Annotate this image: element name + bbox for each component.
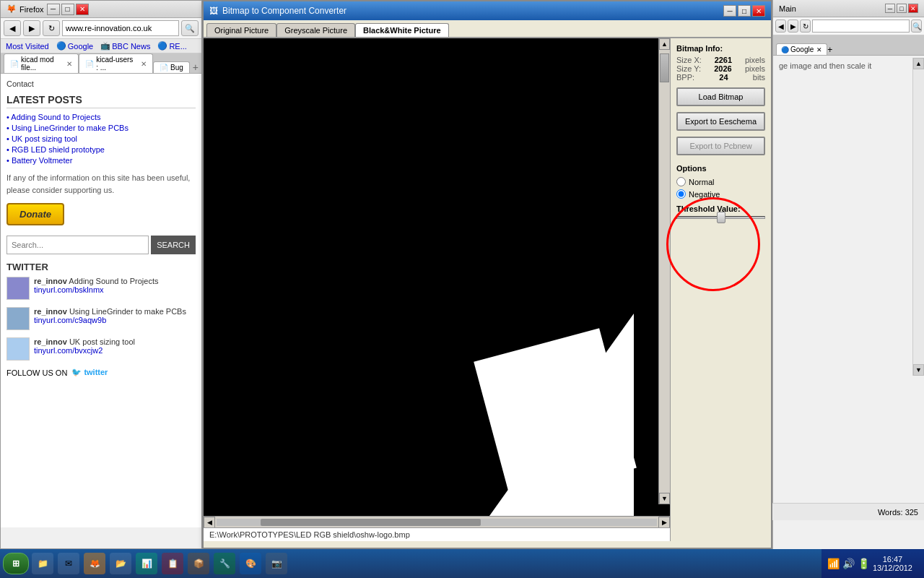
vertical-scrollbar[interactable]: ▲ ▼ [658, 38, 670, 504]
horizontal-scrollbar[interactable]: ◀ ▶ [204, 516, 670, 527]
taskbar-icon-email[interactable]: ✉ [58, 553, 79, 574]
converter-close-button[interactable]: ✕ [752, 5, 765, 17]
right-scroll-down[interactable]: ▼ [913, 364, 924, 376]
right-back-button[interactable]: ◀ [775, 20, 786, 33]
close-button[interactable]: ✕ [76, 4, 89, 15]
right-forward-button[interactable]: ▶ [788, 20, 798, 33]
taskbar-icon-paint[interactable]: 🎨 [240, 553, 261, 574]
donate-button[interactable]: Donate [6, 203, 64, 225]
export-pcbnew-button[interactable]: Export to Pcbnew [676, 137, 765, 155]
radio-normal[interactable]: Normal [676, 177, 765, 186]
bookmark-re[interactable]: 🔵 RE... [155, 40, 188, 51]
search-area: SEARCH [6, 236, 196, 254]
post-item-2[interactable]: Using LineGrinder to make PCBs [6, 124, 196, 132]
tweet-link-2[interactable]: tinyurl.com/c9aqw9b [34, 316, 106, 324]
right-new-tab-button[interactable]: + [827, 45, 832, 55]
threshold-slider-container [676, 216, 765, 219]
right-browser-close[interactable]: ✕ [908, 4, 918, 13]
right-address-bar[interactable] [812, 20, 910, 33]
converter-window-controls: ─ □ ✕ [723, 5, 765, 17]
radio-negative-input[interactable] [676, 189, 686, 199]
radio-negative[interactable]: Negative [676, 189, 765, 199]
converter-maximize-button[interactable]: □ [738, 5, 751, 17]
taskbar-icon-green[interactable]: 🔧 [214, 553, 235, 574]
contact-link[interactable]: Contact [6, 79, 34, 88]
export-eeschema-button[interactable]: Export to Eeschema [676, 112, 765, 131]
load-bitmap-button[interactable]: Load Bitmap [676, 87, 765, 106]
tab-greyscale[interactable]: Greyscale Picture [276, 23, 355, 37]
address-bar[interactable] [62, 20, 179, 36]
tweet-user-3[interactable]: re_innov [34, 337, 67, 346]
scroll-up-arrow[interactable]: ▲ [659, 38, 670, 50]
taskbar-icon-red[interactable]: 📋 [162, 553, 183, 574]
converter-title-text: Bitmap to Component Converter [222, 6, 346, 16]
right-vertical-scrollbar[interactable]: ▲ ▼ [912, 58, 924, 376]
image-panel[interactable]: ▲ ▼ [204, 38, 670, 516]
tab-close-icon[interactable]: ✕ [66, 60, 72, 68]
options-title: Options [676, 164, 765, 173]
post-item-4[interactable]: RGB LED shield prototype [6, 145, 196, 154]
right-search-icon[interactable]: 🔍 [911, 20, 922, 33]
tab-kicad-users[interactable]: 📄 kicad-users : ... ✕ [79, 53, 153, 73]
taskbar-icon-cam[interactable]: 📷 [266, 553, 287, 574]
scroll-thumb-h[interactable] [261, 519, 481, 526]
right-tab-google[interactable]: 🔵 Google ✕ [776, 43, 827, 55]
tweet-link-3[interactable]: tinyurl.com/bvxcjw2 [34, 346, 103, 355]
follow-area: FOLLOW US ON 🐦 twitter [6, 368, 196, 377]
taskbar-icon-firefox[interactable]: 🦊 [84, 553, 105, 574]
tweet-user-1[interactable]: re_innov [34, 277, 67, 285]
minimize-button[interactable]: ─ [47, 4, 60, 15]
taskbar-icon-brown[interactable]: 📦 [188, 553, 209, 574]
converter-tabs: Original Picture Greyscale Picture Black… [204, 20, 771, 38]
twitter-logo[interactable]: 🐦 twitter [71, 368, 108, 377]
back-button[interactable]: ◀ [4, 20, 21, 36]
right-browser-nav: ◀ ▶ ↻ 🔍 [773, 17, 924, 35]
scroll-thumb-vertical[interactable] [660, 53, 669, 82]
taskbar-icon-explorer[interactable]: 📁 [32, 553, 53, 574]
search-input[interactable] [6, 236, 149, 254]
maximize-button[interactable]: □ [61, 4, 74, 15]
tweet-content-2: re_innov Using LineGrinder to make PCBs … [34, 307, 186, 324]
post-item-3[interactable]: UK post sizing tool [6, 134, 196, 143]
right-browser-title-text: Main [779, 4, 796, 13]
taskbar-sys-tray: 📶 🔊 🔋 16:47 13/12/2012 [821, 549, 924, 578]
search-icon[interactable]: 🔍 [181, 20, 199, 36]
right-status-bar: Words: 325 [772, 503, 924, 520]
scroll-right-arrow[interactable]: ▶ [658, 517, 670, 528]
reload-button[interactable]: ↻ [43, 20, 60, 36]
right-browser-min[interactable]: ─ [885, 4, 895, 13]
tab-close-2-icon[interactable]: ✕ [141, 60, 147, 68]
radio-normal-input[interactable] [676, 177, 686, 186]
bookmark-google[interactable]: 🔵 Google [54, 40, 95, 51]
browser-content: Contact LATEST POSTS Adding Sound to Pro… [1, 74, 201, 527]
right-reload-button[interactable]: ↻ [800, 20, 811, 33]
new-tab-button[interactable]: + [190, 61, 201, 73]
bpp-label: BPP: [676, 73, 694, 82]
size-y-unit: pixels [745, 64, 765, 73]
forward-button[interactable]: ▶ [23, 20, 40, 36]
scroll-down-arrow[interactable]: ▼ [659, 493, 670, 504]
tab-kicad-mod[interactable]: 📄 kicad mod file... ✕ [4, 53, 79, 73]
right-browser-max[interactable]: □ [897, 4, 907, 13]
size-y-value: 2026 [714, 64, 731, 73]
start-button[interactable]: ⊞ [3, 553, 29, 574]
tab-original[interactable]: Original Picture [206, 23, 276, 37]
tweet-link-1[interactable]: tinyurl.com/bsklnmx [34, 285, 104, 294]
slider-thumb[interactable] [717, 212, 725, 223]
taskbar-icon-folder[interactable]: 📂 [110, 553, 131, 574]
tweet-1: re_innov Adding Sound to Projects tinyur… [6, 277, 196, 300]
radio-normal-label: Normal [689, 178, 714, 186]
right-tab-close[interactable]: ✕ [816, 46, 822, 53]
right-scroll-up[interactable]: ▲ [913, 58, 924, 69]
post-item-5[interactable]: Battery Voltmeter [6, 156, 196, 165]
search-button[interactable]: SEARCH [151, 236, 196, 254]
tab-bw[interactable]: Black&White Picture [355, 23, 449, 37]
scroll-left-arrow[interactable]: ◀ [204, 517, 215, 528]
bookmark-most-visited[interactable]: Most Visited [4, 41, 51, 51]
bookmark-bbc[interactable]: 📺 BBC News [98, 40, 152, 51]
taskbar-icon-spreadsheet[interactable]: 📊 [136, 553, 157, 574]
post-item-1[interactable]: Adding Sound to Projects [6, 113, 196, 121]
tab-bug[interactable]: 📄 Bug [153, 61, 190, 73]
converter-minimize-button[interactable]: ─ [723, 5, 736, 17]
tweet-user-2[interactable]: re_innov [34, 307, 67, 316]
